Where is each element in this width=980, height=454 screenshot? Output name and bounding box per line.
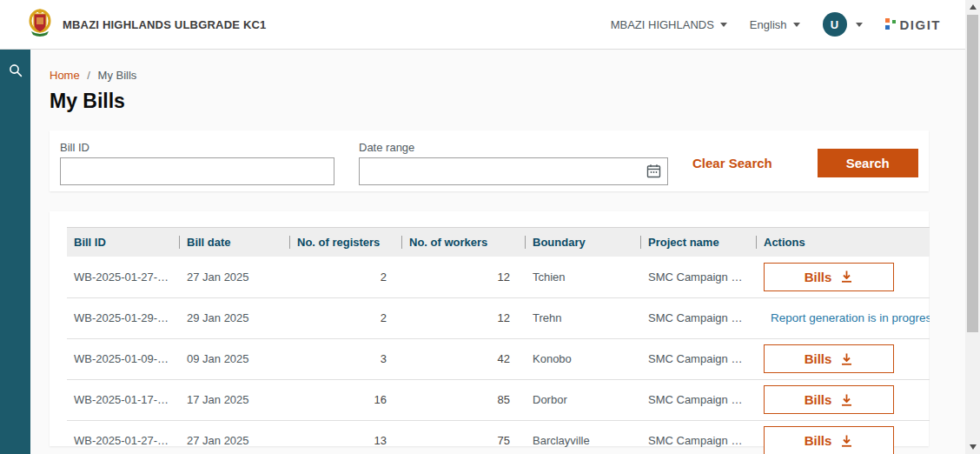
bill-id-cell: WB-2025-01-17-000102: [67, 379, 180, 420]
language-selector-label: English: [750, 18, 787, 31]
column-header-no-of-workers: No. of workers: [402, 228, 526, 257]
actions-cell: Bills: [757, 379, 930, 420]
bill-id-cell: WB-2025-01-27-000108: [67, 420, 180, 454]
scroll-down-icon[interactable]: [965, 440, 980, 454]
registers-cell: 13: [290, 420, 402, 454]
column-header-actions: Actions: [757, 228, 930, 257]
sidebar-search-button[interactable]: [0, 55, 30, 86]
registers-cell: 3: [290, 338, 402, 379]
download-icon: [840, 393, 853, 407]
bills-table-card: Bill IDBill dateNo. of registersNo. of w…: [50, 211, 929, 446]
column-header-boundary: Boundary: [526, 228, 641, 257]
actions-cell: Bills: [757, 257, 930, 297]
breadcrumb-separator: /: [87, 69, 90, 82]
project-name-cell: SMC Campaign Paym...: [641, 420, 757, 454]
boundary-cell: Tchien: [526, 257, 641, 297]
bill-date-cell: 27 Jan 2025: [180, 420, 290, 454]
search-panel: Bill ID Date range: [50, 130, 929, 191]
boundary-cell: Konobo: [526, 338, 641, 379]
calendar-icon[interactable]: [646, 164, 661, 182]
bills-download-button[interactable]: Bills: [764, 426, 894, 454]
bills-table: Bill IDBill dateNo. of registersNo. of w…: [67, 227, 930, 454]
bills-button-label: Bills: [805, 270, 832, 284]
bills-download-button[interactable]: Bills: [764, 263, 894, 291]
boundary-cell: Barclayville: [526, 420, 641, 454]
table-row: WB-2025-01-27-00011827 Jan 2025212Tchien…: [67, 257, 930, 297]
column-header-bill-date: Bill date: [180, 228, 290, 257]
download-icon: [840, 434, 853, 448]
tenant-name: MBAZI HIGHLANDS ULBGRADE KC1: [63, 18, 267, 31]
table-row: WB-2025-01-09-00007309 Jan 2025342Konobo…: [67, 338, 930, 379]
avatar[interactable]: U: [823, 12, 847, 37]
column-header-project-name: Project name: [641, 228, 757, 257]
top-header: MBAZI HIGHLANDS ULBGRADE KC1 MBAZI HIGHL…: [0, 0, 965, 50]
date-range-input[interactable]: [359, 157, 668, 185]
page-title: My Bills: [50, 90, 929, 113]
digit-logo: DIGIT: [885, 17, 942, 32]
bills-download-button[interactable]: Bills: [764, 344, 894, 373]
actions-cell: Bills: [757, 420, 930, 454]
bill-id-label: Bill ID: [60, 141, 334, 154]
boundary-cell: Trehn: [526, 297, 641, 338]
chevron-down-icon: [793, 23, 800, 27]
workers-cell: 12: [402, 297, 526, 338]
chevron-down-icon: [720, 23, 727, 27]
workers-cell: 42: [402, 338, 526, 379]
bills-button-label: Bills: [805, 433, 832, 448]
bill-date-cell: 29 Jan 2025: [180, 297, 290, 338]
breadcrumb-current: My Bills: [98, 69, 137, 82]
actions-cell: Report generation is in progress: [757, 297, 930, 338]
scroll-up-icon[interactable]: [965, 0, 980, 14]
digit-logo-mark-icon: [885, 18, 897, 30]
clear-search-link[interactable]: Clear Search: [692, 156, 772, 170]
table-row: WB-2025-01-27-00010827 Jan 20251375Barcl…: [67, 420, 930, 454]
breadcrumb-home-link[interactable]: Home: [50, 69, 80, 82]
scrollbar-thumb[interactable]: [967, 15, 978, 332]
main-content: Home / My Bills My Bills Bill ID Date ra…: [30, 50, 947, 454]
bill-date-cell: 17 Jan 2025: [180, 379, 290, 420]
search-button[interactable]: Search: [818, 149, 918, 177]
column-header-no-of-registers: No. of registers: [290, 228, 402, 257]
date-range-label: Date range: [359, 141, 668, 154]
chevron-down-icon: [856, 23, 863, 27]
table-row: WB-2025-01-17-00010217 Jan 20251685Dorbo…: [67, 379, 930, 420]
bill-id-cell: WB-2025-01-29-000123: [67, 297, 180, 338]
bill-id-input[interactable]: [60, 157, 334, 185]
project-name-cell: SMC Campaign Paym...: [641, 379, 757, 420]
report-progress-status: Report generation is in progress: [764, 311, 921, 324]
bill-id-cell: WB-2025-01-09-000073: [67, 338, 180, 379]
registers-cell: 2: [290, 297, 402, 338]
download-icon: [840, 270, 853, 284]
language-selector-dropdown[interactable]: English: [750, 18, 800, 31]
bills-button-label: Bills: [805, 392, 832, 407]
registers-cell: 2: [290, 257, 402, 297]
table-row: WB-2025-01-29-00012329 Jan 2025212TrehnS…: [67, 297, 930, 338]
digit-logo-text: DIGIT: [900, 17, 942, 32]
city-selector-label: MBAZI HIGHLANDS: [611, 18, 714, 31]
actions-cell: Bills: [757, 338, 930, 379]
bills-button-label: Bills: [805, 351, 832, 366]
table-header-row: Bill IDBill dateNo. of registersNo. of w…: [67, 228, 930, 257]
column-header-bill-id: Bill ID: [67, 228, 180, 257]
workers-cell: 12: [402, 257, 526, 297]
city-selector-dropdown[interactable]: MBAZI HIGHLANDS: [611, 18, 727, 31]
user-menu[interactable]: U: [823, 12, 863, 37]
project-name-cell: SMC Campaign Paym...: [641, 257, 757, 297]
project-name-cell: SMC Campaign Paym...: [641, 338, 757, 379]
search-icon: [9, 63, 23, 77]
workers-cell: 75: [402, 420, 526, 454]
download-icon: [840, 352, 853, 366]
report-progress-label: Report generation is in progress: [771, 311, 930, 324]
boundary-cell: Dorbor: [526, 379, 641, 420]
vertical-scrollbar[interactable]: [965, 0, 980, 454]
project-name-cell: SMC Campaign Paym...: [641, 297, 757, 338]
breadcrumb: Home / My Bills: [50, 69, 929, 82]
city-emblem-logo: [28, 9, 52, 40]
bill-id-cell: WB-2025-01-27-000118: [67, 257, 180, 297]
left-sidebar: [0, 50, 30, 454]
bills-download-button[interactable]: Bills: [764, 385, 894, 414]
registers-cell: 16: [290, 379, 402, 420]
bill-date-cell: 27 Jan 2025: [180, 257, 290, 297]
workers-cell: 85: [402, 379, 526, 420]
bill-date-cell: 09 Jan 2025: [180, 338, 290, 379]
